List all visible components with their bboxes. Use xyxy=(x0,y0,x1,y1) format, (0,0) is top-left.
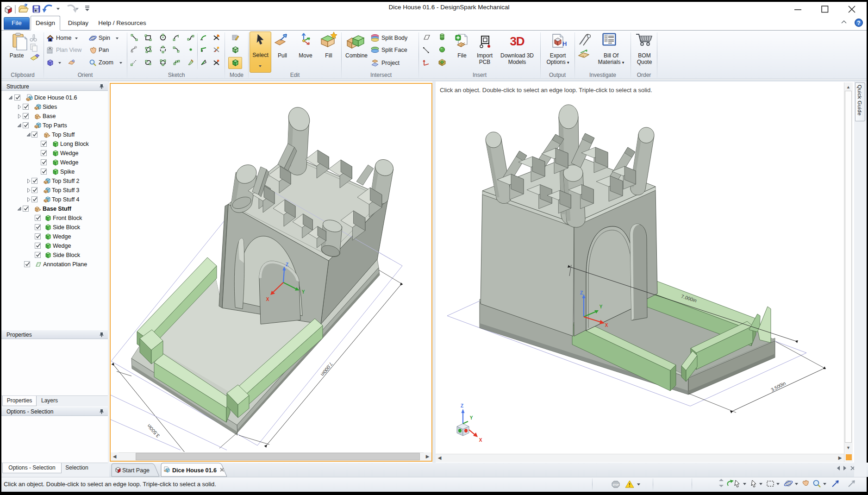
svg-text:Y: Y xyxy=(470,415,473,420)
svg-text:Start Page: Start Page xyxy=(122,467,150,474)
svg-text:?: ? xyxy=(857,20,860,26)
svg-text:STOP: STOP xyxy=(612,483,619,486)
svg-text:X: X xyxy=(266,297,269,302)
svg-text:H: H xyxy=(562,40,567,47)
svg-text:!: ! xyxy=(629,482,630,488)
svg-text:3.500in: 3.500in xyxy=(146,423,161,439)
svg-text:Z: Z xyxy=(580,290,583,295)
svg-text:3D: 3D xyxy=(510,34,524,48)
svg-text:Y: Y xyxy=(599,304,603,309)
svg-text:X: X xyxy=(479,438,482,443)
svg-text:Y: Y xyxy=(302,289,305,294)
svg-text:Z: Z xyxy=(286,262,288,267)
svg-text:Z: Z xyxy=(461,403,463,408)
svg-text:3.500in: 3.500in xyxy=(770,380,787,393)
svg-text:7.000in: 7.000in xyxy=(320,361,334,377)
svg-text:X: X xyxy=(605,323,608,328)
svg-text:Dice House 01.6: Dice House 01.6 xyxy=(172,467,217,474)
